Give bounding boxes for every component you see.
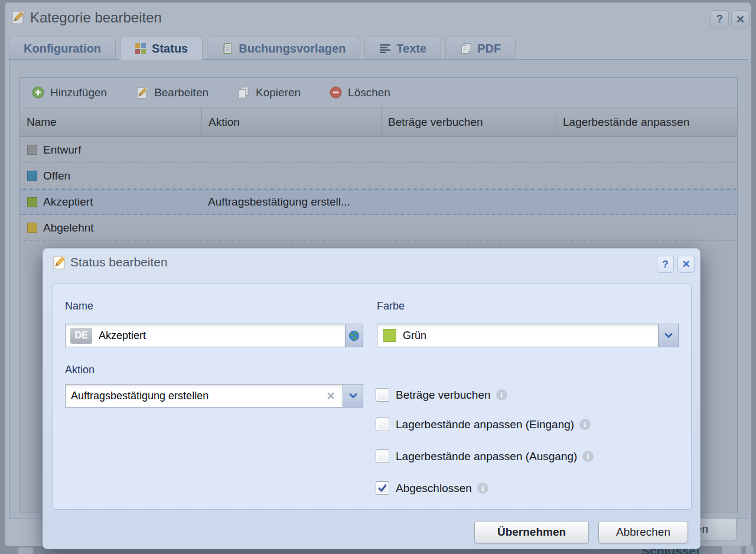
lager-eingang-checkbox[interactable] [376,418,389,431]
pages-icon [460,43,472,54]
copy-button[interactable]: Kopieren [233,83,304,102]
color-swatch [383,329,396,342]
abgeschlossen-checkbox[interactable] [376,481,389,495]
window-title: Kategorie bearbeiten [30,9,162,26]
check-icon [377,483,387,493]
tab-buchungsvorlagen[interactable]: Buchungsvorlagen [207,37,360,60]
betraege-verbuchen-checkbox[interactable] [376,388,389,402]
help-button[interactable]: ? [711,10,729,28]
table-row[interactable]: Offen [20,163,737,189]
add-button[interactable]: Hinzufügen [28,83,110,102]
status-color-swatch [27,223,37,233]
dialog-title: Status bearbeiten [70,255,168,269]
chevron-down-icon [664,331,673,340]
help-icon: ? [662,259,668,271]
tab-pdf[interactable]: PDF [445,37,516,60]
checkbox-row-abgeschlossen: Abgeschlossen i [376,481,488,495]
grid-header: Name Aktion Beträge verbuchen Lagerbestä… [20,107,737,137]
name-input[interactable]: DE Akzeptiert [65,324,363,347]
column-header-aktion[interactable]: Aktion [202,107,382,136]
text-lines-icon [379,43,391,54]
info-icon[interactable]: i [579,419,591,430]
table-row[interactable]: Entwurf [20,137,737,163]
close-button[interactable]: ✕ [731,10,750,28]
delete-button[interactable]: Löschen [325,83,394,102]
aktion-select[interactable]: Auftragsbestätigung erstellen ✕ [65,384,363,408]
clear-icon[interactable]: ✕ [326,390,335,402]
dialog-close-button[interactable]: ✕ [677,256,695,273]
lager-ausgang-checkbox[interactable] [376,449,389,463]
copy-icon [237,86,250,99]
underlying-page-fragment [18,547,34,554]
status-bearbeiten-dialog: Status bearbeiten ? ✕ Name DE Akzeptiert [43,248,700,549]
language-badge: DE [70,328,92,344]
farbe-dropdown-trigger[interactable] [658,324,678,347]
edit-pencil-icon [10,9,26,25]
edit-pencil-icon [51,254,67,270]
aktion-label: Aktion [65,364,94,376]
column-header-name[interactable]: Name [20,107,202,136]
info-icon[interactable]: i [496,389,507,400]
status-color-swatch [27,171,37,181]
tab-status[interactable]: Status [120,37,203,60]
notebook-icon [221,43,233,54]
aktion-dropdown-trigger[interactable] [343,384,363,407]
close-icon: ✕ [736,13,745,26]
edit-pencil-icon [135,86,149,99]
table-row[interactable]: Abgelehnt [20,215,737,241]
edit-button[interactable]: Bearbeiten [132,83,212,102]
delete-icon [329,86,343,99]
close-icon: ✕ [682,258,690,271]
name-value: Akzeptiert [99,330,146,342]
farbe-label: Farbe [377,300,405,312]
add-icon [31,86,45,99]
tab-bar: Konfiguration Status [9,37,516,60]
color-grid-icon [135,43,146,54]
table-row[interactable]: Akzeptiert Auftragsbestätigung erstell..… [20,189,737,215]
farbe-value: Grün [403,330,426,342]
status-color-swatch [27,145,37,155]
abbrechen-button[interactable]: Abbrechen [598,521,688,543]
column-header-lagerbestaende-anpassen[interactable]: Lagerbestände anpassen [556,107,737,136]
info-icon[interactable]: i [477,483,488,494]
info-icon[interactable]: i [582,451,594,462]
checkbox-row-lager-eingang: Lagerbestände anpassen (Eingang) i [376,418,591,431]
translate-button[interactable] [345,324,363,347]
globe-icon [348,330,360,341]
status-color-swatch [27,197,37,207]
help-icon: ? [716,13,723,25]
uebernehmen-button[interactable]: Übernehmen [474,521,589,543]
tab-texte[interactable]: Texte [364,37,441,60]
grid-toolbar: Hinzufügen Bearbeiten Kopi [20,78,737,107]
dialog-form-panel: Name DE Akzeptiert Farbe [53,283,692,510]
checkbox-row-lager-ausgang: Lagerbestände anpassen (Ausgang) i [376,449,594,463]
aktion-value: Auftragsbestätigung erstellen [71,390,208,402]
farbe-select[interactable]: Grün [377,324,679,347]
checkbox-row-betraege-verbuchen: Beträge verbuchen i [376,388,507,402]
name-label: Name [65,300,93,312]
dialog-help-button[interactable]: ? [657,256,674,273]
chevron-down-icon [348,391,358,400]
tab-konfiguration[interactable]: Konfiguration [9,37,116,60]
column-header-betraege-verbuchen[interactable]: Beträge verbuchen [382,107,556,136]
